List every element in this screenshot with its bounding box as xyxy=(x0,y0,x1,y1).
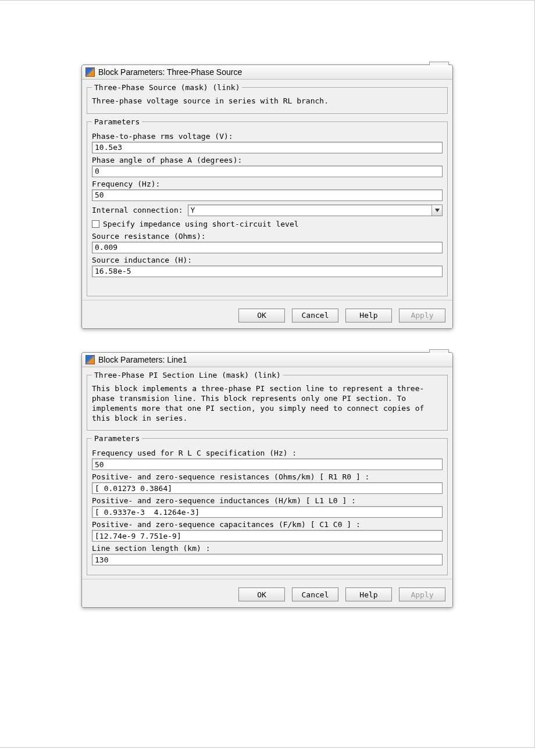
input-line-length[interactable] xyxy=(92,554,443,565)
label-voltage: Phase-to-phase rms voltage (V): xyxy=(92,132,443,141)
mask-description: This block implements a three-phase PI s… xyxy=(92,384,443,424)
titlebar: Block Parameters: Line1 xyxy=(82,353,452,367)
input-resistances[interactable] xyxy=(92,482,443,494)
apply-button[interactable]: Apply xyxy=(399,587,445,601)
select-internal-connection[interactable]: Y xyxy=(188,205,443,216)
label-inductances: Positive- and zero-sequence inductances … xyxy=(92,496,443,505)
parameters-group: Parameters Frequency used for R L C spec… xyxy=(87,434,448,575)
window-title: Block Parameters: Three-Phase Source xyxy=(98,67,449,77)
svg-marker-0 xyxy=(435,209,440,212)
input-source-resistance[interactable] xyxy=(92,242,443,253)
input-source-inductance[interactable] xyxy=(92,266,443,277)
help-button[interactable]: Help xyxy=(345,309,392,323)
mask-group: Three-Phase PI Section Line (mask) (link… xyxy=(87,371,448,431)
parameters-group: Parameters Phase-to-phase rms voltage (V… xyxy=(87,117,448,296)
label-line-length: Line section length (km) : xyxy=(92,544,443,553)
dialog-line1: ✕ Block Parameters: Line1 Three-Phase PI… xyxy=(81,352,453,608)
mask-description: Three-phase voltage source in series wit… xyxy=(92,96,443,106)
simulink-icon xyxy=(85,67,95,77)
label-source-resistance: Source resistance (Ohms): xyxy=(92,232,443,241)
input-frequency[interactable] xyxy=(92,189,443,201)
label-frequency: Frequency (Hz): xyxy=(92,180,443,188)
input-phase-angle[interactable] xyxy=(92,166,443,177)
label-phase-angle: Phase angle of phase A (degrees): xyxy=(92,156,443,164)
cancel-button[interactable]: Cancel xyxy=(292,309,338,323)
label-freq-rlc: Frequency used for R L C specification (… xyxy=(92,449,443,457)
select-value: Y xyxy=(188,206,431,214)
ok-button[interactable]: OK xyxy=(238,309,285,323)
checkbox-specify-impedance[interactable]: Specify impedance using short-circuit le… xyxy=(92,220,443,228)
parameters-legend: Parameters xyxy=(92,434,142,443)
input-capacitances[interactable] xyxy=(92,530,443,542)
input-freq-rlc[interactable] xyxy=(92,458,443,470)
mask-legend: Three-Phase PI Section Line (mask) (link… xyxy=(92,371,283,379)
ok-button[interactable]: OK xyxy=(238,587,285,601)
checkbox-label: Specify impedance using short-circuit le… xyxy=(103,220,299,228)
label-resistances: Positive- and zero-sequence resistances … xyxy=(92,472,443,481)
simulink-icon xyxy=(85,355,95,364)
parameters-legend: Parameters xyxy=(92,117,142,126)
input-voltage[interactable] xyxy=(92,142,443,153)
titlebar: Block Parameters: Three-Phase Source xyxy=(82,65,452,80)
mask-legend: Three-Phase Source (mask) (link) xyxy=(92,83,242,92)
chevron-down-icon[interactable] xyxy=(431,205,442,216)
input-inductances[interactable] xyxy=(92,506,443,518)
label-source-inductance: Source inductance (H): xyxy=(92,256,443,264)
help-button[interactable]: Help xyxy=(345,587,392,601)
label-internal-connection: Internal connection: xyxy=(92,206,183,214)
checkbox-icon[interactable] xyxy=(92,220,99,228)
button-row: OK Cancel Help Apply xyxy=(82,300,452,328)
label-capacitances: Positive- and zero-sequence capacitances… xyxy=(92,520,443,529)
apply-button[interactable]: Apply xyxy=(399,309,445,323)
mask-group: Three-Phase Source (mask) (link) Three-p… xyxy=(87,83,448,114)
window-title: Block Parameters: Line1 xyxy=(98,355,449,364)
dialog-three-phase-source: ✕ Block Parameters: Three-Phase Source T… xyxy=(81,65,453,329)
cancel-button[interactable]: Cancel xyxy=(292,587,338,601)
button-row: OK Cancel Help Apply xyxy=(82,579,452,607)
